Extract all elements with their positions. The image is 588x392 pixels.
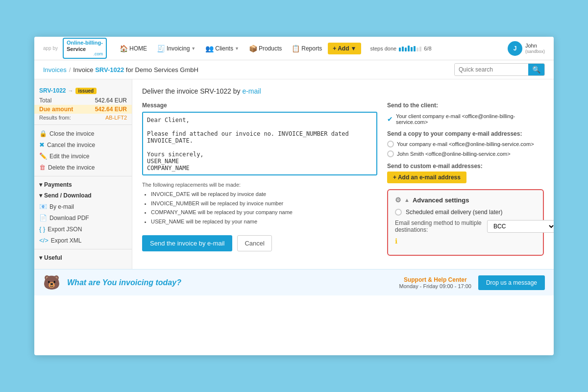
logo-mid: Service (67, 46, 103, 52)
sidebar-close-invoice[interactable]: 🔒 Close the invoice (34, 128, 132, 139)
email-icon: 📧 (39, 203, 47, 210)
sidebar-by-email[interactable]: 📧 By e-mail (34, 201, 132, 212)
step-3 (405, 48, 407, 51)
right-col: Send to the client: ✔ Your client compan… (387, 102, 544, 256)
reports-icon: 📋 (292, 45, 300, 52)
company-email-radio[interactable] (387, 141, 394, 147)
sidebar-export-xml[interactable]: </> Export XML (34, 235, 132, 246)
quick-search-box[interactable]: 🔍 (454, 63, 545, 76)
sidebar-cancel-invoice[interactable]: ✖ Cancel the invoice (34, 139, 132, 150)
custom-email-title: Send to custom e-mail addresses: (387, 163, 544, 170)
replacement-item: INVOICE_NUMBER will be replaced by invoi… (151, 199, 377, 208)
gear-icon: ⚙ (395, 196, 401, 204)
deliver-link[interactable]: e-mail (242, 87, 261, 95)
deliver-title: Deliver the invoice SRV-1022 by e-mail (142, 87, 544, 95)
advanced-settings-box: ⚙ ▲ Advanced settings Scheduled email de… (387, 189, 544, 256)
step-1 (399, 48, 401, 51)
xml-icon: </> (39, 237, 49, 244)
advanced-settings-header[interactable]: ⚙ ▲ Advanced settings (395, 196, 536, 204)
app-by-label: app by (43, 46, 58, 51)
step-6 (414, 46, 416, 51)
logo[interactable]: Online-billing- Service .com (63, 38, 107, 58)
chevron-down-icon: ▾ (39, 181, 42, 188)
info-icon: ℹ (395, 237, 397, 245)
john-email-option[interactable]: John Smith <office@online-billing-servic… (387, 149, 544, 159)
clients-icon: 👥 (205, 45, 214, 52)
sending-method-label: Email sending method to multiple destina… (395, 220, 483, 233)
nav-clients[interactable]: 👥 Clients ▼ (201, 43, 243, 54)
sidebar-results: Results from: AB-LFT2 (34, 114, 132, 122)
replacement-item: INVOICE_DATE will be replaced by invoice… (151, 190, 377, 199)
invoicing-dropdown-arrow: ▼ (191, 46, 196, 51)
sidebar-payments-header[interactable]: ▾ Payments (34, 179, 132, 190)
replacement-item: COMPANY_NAME will be replaced by your co… (151, 208, 377, 217)
cancel-button[interactable]: Cancel (237, 235, 271, 251)
add-button[interactable]: + Add ▼ (328, 43, 361, 54)
sidebar-send-header[interactable]: ▾ Send / Download (34, 190, 132, 201)
home-icon: 🏠 (120, 45, 128, 52)
nav-products[interactable]: 📦 Products (245, 43, 286, 54)
footer-support: Support & Help Center Monday - Friday 09… (399, 276, 471, 289)
scheduled-delivery-row: Scheduled email delivery (send later) (395, 209, 536, 216)
two-col-layout: Message Dear Client, Please find attache… (142, 102, 544, 256)
step-4 (408, 46, 410, 51)
replacement-item: USER_NAME will be replaced by your name (151, 217, 377, 226)
nav-links: 🏠 HOME 🧾 Invoicing ▼ 👥 Clients ▼ 📦 Produ… (116, 43, 508, 54)
logo-top: Online-billing- (67, 40, 103, 46)
sidebar-export-json[interactable]: { } Export JSON (34, 223, 132, 235)
quick-search-input[interactable] (455, 64, 528, 75)
steps-bars (399, 46, 421, 51)
breadcrumb-current: Invoice SRV-1022 for Demo Services GmbH (73, 66, 198, 74)
footer-contact-button[interactable]: Drop us a message (478, 275, 545, 290)
step-7 (416, 48, 418, 51)
steps-done: steps done 6/8 (370, 46, 431, 51)
search-button[interactable]: 🔍 (528, 64, 544, 75)
footer-tagline: What are You invoicing today? (67, 278, 392, 287)
info-row: ℹ (395, 237, 536, 245)
replacements-list: INVOICE_DATE will be replaced by invoice… (151, 190, 377, 226)
sidebar-total-row: Total 542.64 EUR (34, 96, 132, 105)
client-email-option: ✔ Your client company e-mail <office@onl… (387, 112, 544, 126)
arrow-icon: → (68, 88, 74, 94)
sending-method-row: Email sending method to multiple destina… (395, 220, 536, 233)
clients-dropdown-arrow: ▼ (235, 46, 239, 51)
nav-reports[interactable]: 📋 Reports (288, 43, 326, 54)
footer-mascot: 🐻 (43, 274, 60, 291)
nav-home[interactable]: 🏠 HOME (116, 43, 151, 54)
edit-icon: ✏️ (39, 152, 47, 160)
step-2 (402, 47, 404, 51)
chevron-down-icon-useful: ▾ (39, 254, 42, 261)
user-area[interactable]: J John (sandbox) (508, 41, 545, 56)
logo-bot: .com (67, 52, 103, 57)
sidebar-delete-invoice[interactable]: 🗑 Delete the invoice (34, 162, 132, 173)
nav-invoicing[interactable]: 🧾 Invoicing ▼ (153, 43, 199, 54)
copy-section-title: Send a copy to your company e-mail addre… (387, 130, 544, 137)
scheduled-delivery-radio[interactable] (395, 209, 402, 216)
sidebar-edit-invoice[interactable]: ✏️ Edit the invoice (34, 150, 132, 162)
close-icon: 🔒 (39, 130, 47, 137)
user-info: John (sandbox) (525, 43, 545, 54)
sending-method-select[interactable]: BCC CC Separate (487, 220, 554, 233)
message-label: Message (142, 102, 377, 109)
main-content: Deliver the invoice SRV-1022 by e-mail M… (132, 79, 554, 269)
check-icon: ✔ (387, 115, 393, 123)
pdf-icon: 📄 (39, 214, 47, 221)
send-invoice-button[interactable]: Send the invoice by e-mail (142, 235, 232, 251)
sidebar-download-pdf[interactable]: 📄 Download PDF (34, 212, 132, 223)
breadcrumb: Invoices / Invoice SRV-1022 for Demo Ser… (43, 66, 198, 74)
sidebar-useful-header[interactable]: ▾ Useful (34, 252, 132, 263)
action-row: Send the invoice by e-mail Cancel (142, 235, 377, 251)
company-email-option[interactable]: Your company e-mail <office@online-billi… (387, 139, 544, 149)
json-icon: { } (39, 225, 45, 233)
invoicing-icon: 🧾 (157, 45, 165, 52)
sidebar: SRV-1022 → issued Total 542.64 EUR Due a… (34, 79, 132, 269)
john-email-radio[interactable] (387, 150, 394, 157)
breadcrumb-invoices[interactable]: Invoices (43, 66, 67, 74)
add-email-button[interactable]: + Add an e-mail address (387, 172, 466, 183)
cancel-icon: ✖ (39, 141, 45, 148)
replacements-note: The following replacements will be made: (142, 182, 377, 188)
top-navigation: app by Online-billing- Service .com 🏠 HO… (34, 37, 554, 60)
delete-icon: 🗑 (39, 164, 46, 171)
footer-bar: 🐻 What are You invoicing today? Support … (34, 269, 554, 295)
message-textarea[interactable]: Dear Client, Please find attached our in… (142, 112, 377, 175)
